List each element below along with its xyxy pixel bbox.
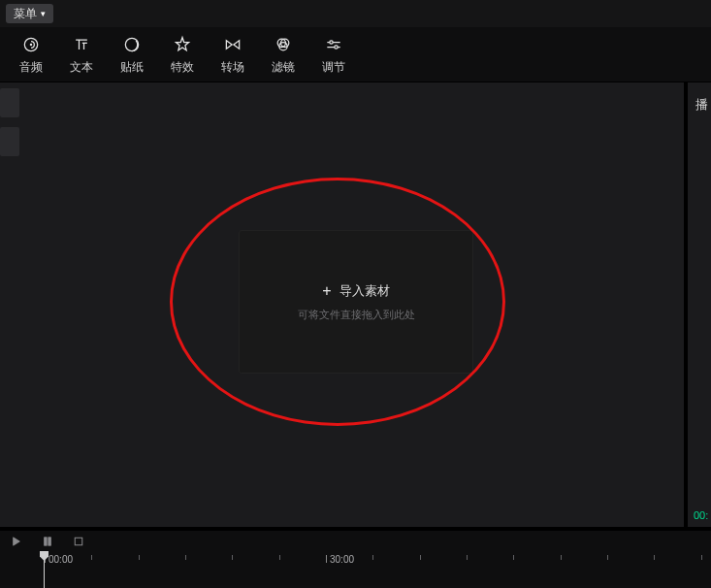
text-icon (71, 34, 92, 55)
svg-point-1 (30, 43, 33, 46)
timeline-ruler: 00:0030:00 (0, 552, 711, 585)
time-tick-minor (185, 555, 186, 585)
time-tick-label: 00:00 (48, 554, 73, 565)
svg-rect-8 (45, 538, 48, 545)
tab-filter[interactable]: 滤镜 (258, 27, 308, 82)
svg-rect-9 (48, 538, 51, 545)
play-button[interactable] (10, 535, 23, 548)
tab-transition[interactable]: 转场 (208, 27, 258, 82)
time-tick-minor (701, 555, 702, 585)
time-tick-minor (654, 555, 655, 585)
sticker-icon (121, 34, 143, 55)
main-split: + 导入素材 可将文件直接拖入到此处 播 00: (0, 82, 711, 527)
dropzone-row: + 导入素材 (322, 282, 389, 300)
audio-icon (20, 34, 42, 55)
time-tick-minor (467, 555, 468, 585)
menu-label: 菜单 (14, 4, 37, 23)
transition-icon (222, 34, 243, 55)
time-tick-label: 30:00 (330, 554, 354, 565)
pause-button[interactable] (41, 535, 54, 548)
tab-label: 转场 (221, 59, 244, 76)
effect-icon (172, 34, 193, 55)
plus-icon: + (322, 283, 331, 299)
tab-text[interactable]: 文本 (56, 27, 107, 82)
playhead[interactable] (44, 552, 45, 588)
tab-label: 滤镜 (272, 59, 295, 76)
preview-timecode: 00: (694, 509, 708, 521)
adjust-icon (323, 34, 344, 55)
timeline[interactable]: 00:0030:00 (0, 552, 711, 585)
time-tick-minor (372, 555, 373, 585)
tab-label: 音频 (19, 59, 43, 76)
time-tick-minor (420, 555, 421, 585)
svg-point-6 (330, 40, 333, 43)
time-tick-minor (607, 555, 608, 585)
time-tick-major: 30:00 (326, 555, 327, 585)
side-thumb[interactable] (0, 127, 19, 156)
tab-sticker[interactable]: 贴纸 (107, 27, 157, 82)
preview-panel: 播 00: (688, 82, 711, 527)
time-tick-minor (139, 555, 140, 585)
time-tick-minor (232, 555, 233, 585)
time-tick-minor (561, 555, 562, 585)
tab-adjust[interactable]: 调节 (308, 27, 359, 82)
side-thumb[interactable] (0, 88, 19, 117)
side-thumbs (0, 88, 19, 166)
timeline-controls (0, 531, 711, 552)
menu-dropdown[interactable]: 菜单 ▾ (6, 4, 53, 23)
tab-label: 文本 (70, 59, 93, 76)
filter-icon (273, 34, 294, 55)
media-area: + 导入素材 可将文件直接拖入到此处 (0, 82, 688, 527)
svg-rect-10 (75, 538, 82, 545)
tab-label: 贴纸 (120, 59, 144, 76)
import-dropzone[interactable]: + 导入素材 可将文件直接拖入到此处 (239, 230, 473, 374)
import-hint: 可将文件直接拖入到此处 (298, 308, 415, 322)
tab-audio[interactable]: 音频 (6, 27, 56, 82)
stop-button[interactable] (72, 535, 85, 548)
tab-label: 特效 (171, 59, 194, 76)
header-bar: 菜单 ▾ (0, 0, 711, 27)
chevron-down-icon: ▾ (41, 4, 46, 23)
time-tick-minor (513, 555, 514, 585)
time-tick-minor (91, 555, 92, 585)
import-label: 导入素材 (339, 282, 390, 300)
panel-title: 播 (695, 96, 711, 114)
tool-tabs: 音频 文本 贴纸 特效 转场 (0, 27, 711, 82)
tab-effect[interactable]: 特效 (157, 27, 208, 82)
tab-label: 调节 (322, 59, 345, 76)
svg-point-7 (335, 45, 338, 48)
app-root: 菜单 ▾ 音频 文本 贴纸 特效 (0, 0, 711, 588)
time-tick-minor (279, 555, 280, 585)
